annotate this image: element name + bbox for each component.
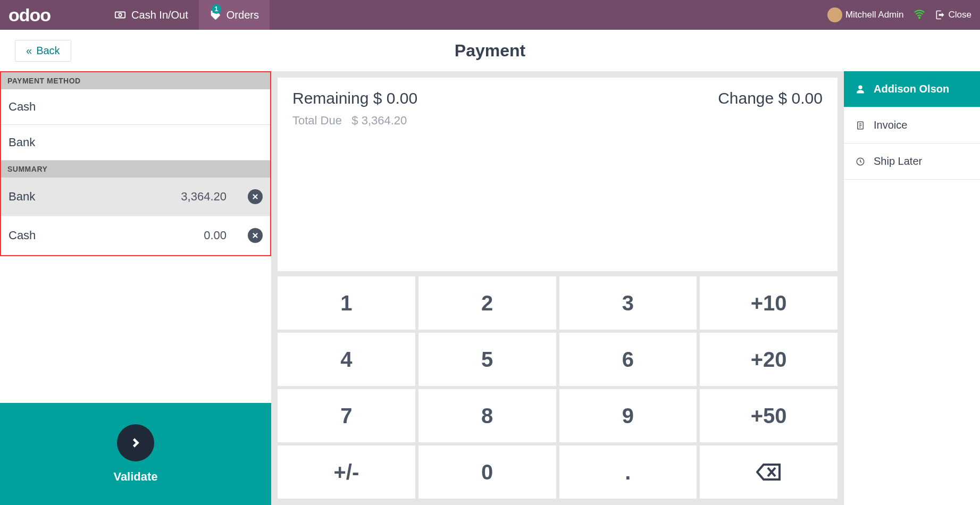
wifi-icon	[914, 8, 925, 22]
nav-cash-in-out[interactable]: Cash In/Out	[104, 0, 199, 30]
numpad-sign[interactable]: +/-	[278, 445, 415, 499]
svg-point-1	[119, 13, 122, 16]
remove-cash-button[interactable]	[248, 228, 263, 243]
customer-button[interactable]: Addison Olson	[844, 71, 980, 107]
change-label: Change	[718, 89, 774, 107]
x-icon	[252, 232, 259, 239]
summary-row-cash[interactable]: Cash 0.00	[1, 216, 270, 255]
payment-method-bank[interactable]: Bank	[1, 125, 270, 161]
user-name: Mitchell Admin	[845, 10, 904, 20]
numpad-2[interactable]: 2	[418, 276, 556, 330]
cash-icon	[114, 9, 126, 21]
chevron-left-icon: «	[26, 45, 32, 57]
odoo-logo: odoo	[9, 5, 51, 26]
page-title: Payment	[455, 41, 525, 61]
remaining-block: Remaining $ 0.00	[292, 89, 417, 107]
numpad-plus-50[interactable]: +50	[700, 389, 837, 442]
avatar	[827, 7, 842, 22]
subheader: « Back Payment	[0, 30, 980, 71]
topbar-nav: Cash In/Out 1 Orders	[104, 0, 270, 30]
customer-name: Addison Olson	[874, 83, 949, 95]
summary-row-bank[interactable]: Bank 3,364.20	[1, 178, 270, 216]
info-panel: Remaining $ 0.00 Change $ 0.00 Total Due…	[278, 78, 837, 271]
invoice-label: Invoice	[874, 119, 907, 131]
numpad-3[interactable]: 3	[559, 276, 697, 330]
validate-label: Validate	[113, 470, 157, 484]
main: PAYMENT METHOD Cash Bank SUMMARY Bank 3,…	[0, 71, 980, 505]
summary-amount: 0.00	[204, 229, 227, 242]
total-due-label: Total Due	[292, 114, 342, 127]
nav-orders-label: Orders	[227, 9, 259, 21]
backspace-icon	[756, 461, 782, 483]
summary-label: Cash	[9, 229, 204, 242]
svg-rect-0	[115, 12, 125, 18]
remove-bank-button[interactable]	[248, 189, 263, 204]
numpad-plus-20[interactable]: +20	[700, 333, 837, 386]
payment-method-cash[interactable]: Cash	[1, 89, 270, 125]
svg-point-2	[919, 17, 920, 18]
ship-later-button[interactable]: Ship Later	[844, 144, 980, 180]
nav-cash-label: Cash In/Out	[131, 9, 188, 21]
user-menu[interactable]: Mitchell Admin	[827, 7, 904, 22]
payment-panel: PAYMENT METHOD Cash Bank SUMMARY Bank 3,…	[0, 71, 271, 256]
left-column: PAYMENT METHOD Cash Bank SUMMARY Bank 3,…	[0, 71, 271, 505]
change-block: Change $ 0.00	[718, 89, 823, 107]
validate-button[interactable]: Validate	[0, 403, 271, 505]
back-button[interactable]: « Back	[15, 40, 71, 62]
invoice-icon	[855, 121, 866, 130]
remaining-label: Remaining	[292, 89, 368, 107]
chevron-right-icon	[128, 435, 143, 450]
numpad-8[interactable]: 8	[418, 389, 556, 442]
numpad-1[interactable]: 1	[278, 276, 415, 330]
close-button[interactable]: Close	[935, 10, 971, 20]
total-due-value: $ 3,364.20	[351, 114, 407, 127]
x-icon	[252, 193, 259, 200]
summary-header: SUMMARY	[1, 161, 270, 178]
numpad: 1 2 3 +10 4 5 6 +20 7 8 9 +50 +/- 0 .	[278, 276, 837, 499]
nav-orders[interactable]: 1 Orders	[199, 0, 270, 30]
numpad-0[interactable]: 0	[418, 445, 556, 499]
summary-label: Bank	[9, 190, 181, 204]
summary-amount: 3,364.20	[181, 190, 227, 204]
numpad-plus-10[interactable]: +10	[700, 276, 837, 330]
numpad-4[interactable]: 4	[278, 333, 415, 386]
close-label: Close	[949, 10, 971, 20]
right-column: Addison Olson Invoice Ship Later	[844, 71, 980, 505]
numpad-9[interactable]: 9	[559, 389, 697, 442]
topbar-right: Mitchell Admin Close	[827, 7, 971, 22]
close-icon	[935, 10, 945, 20]
payment-method-header: PAYMENT METHOD	[1, 72, 270, 89]
numpad-6[interactable]: 6	[559, 333, 697, 386]
validate-circle	[117, 424, 154, 461]
numpad-7[interactable]: 7	[278, 389, 415, 442]
numpad-5[interactable]: 5	[418, 333, 556, 386]
topbar: odoo Cash In/Out 1 Orders Mitchell Admin…	[0, 0, 980, 30]
person-icon	[855, 85, 866, 94]
back-label: Back	[36, 45, 60, 57]
numpad-backspace[interactable]	[700, 445, 837, 499]
remaining-value: $ 0.00	[373, 89, 417, 107]
change-value: $ 0.00	[778, 89, 823, 107]
total-due-block: Total Due $ 3,364.20	[292, 114, 823, 128]
clock-icon	[855, 157, 866, 166]
orders-badge: 1	[212, 4, 221, 14]
numpad-dot[interactable]: .	[559, 445, 697, 499]
ship-later-label: Ship Later	[874, 155, 922, 167]
invoice-button[interactable]: Invoice	[844, 107, 980, 144]
left-spacer	[0, 256, 271, 403]
center-column: Remaining $ 0.00 Change $ 0.00 Total Due…	[271, 71, 844, 505]
